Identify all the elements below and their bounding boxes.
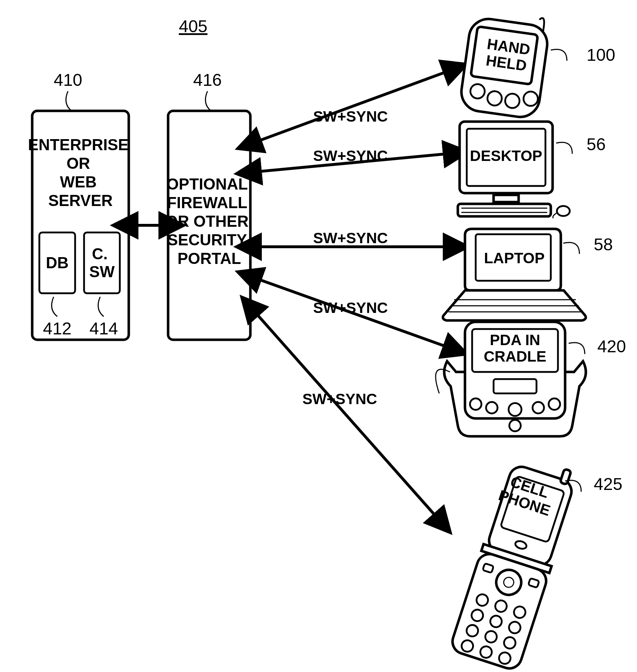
laptop-label: LAPTOP bbox=[484, 250, 545, 266]
svg-text:HANDHELD: HANDHELD bbox=[484, 35, 531, 74]
svg-rect-47 bbox=[528, 578, 539, 588]
svg-point-38 bbox=[549, 398, 560, 410]
sync-label: SW+SYNC bbox=[313, 230, 388, 246]
firewall-ref: 416 bbox=[193, 70, 222, 89]
svg-rect-46 bbox=[482, 563, 494, 573]
svg-point-37 bbox=[533, 402, 544, 413]
server-db-ref: 412 bbox=[43, 319, 72, 338]
edge-laptop: SW+SYNC bbox=[258, 230, 447, 247]
laptop-ref: 58 bbox=[594, 235, 613, 254]
figure-ref: 405 bbox=[179, 17, 207, 36]
svg-line-7 bbox=[258, 72, 447, 141]
edge-pda: SW+SYNC bbox=[258, 279, 447, 347]
sync-label: SW+SYNC bbox=[303, 391, 377, 407]
svg-text:C.
    SW: C. SW bbox=[89, 245, 115, 280]
sync-label: SW+SYNC bbox=[313, 299, 388, 316]
svg-point-16 bbox=[504, 93, 520, 109]
svg-point-17 bbox=[523, 91, 539, 107]
desktop-icon bbox=[458, 122, 570, 218]
system-diagram: 405 410 ENTERPRISE OR WEB SERVER ENTERPR… bbox=[0, 0, 637, 672]
server-ref: 410 bbox=[54, 70, 82, 89]
svg-rect-60 bbox=[560, 469, 571, 485]
svg-text:OPTIONAL
    FIREWALL
    OR O: OPTIONAL FIREWALL OR OTHER SECURITY PORT… bbox=[166, 175, 253, 267]
cell-ref: 425 bbox=[594, 475, 622, 494]
svg-point-36 bbox=[509, 403, 521, 416]
svg-point-34 bbox=[470, 398, 481, 410]
svg-point-15 bbox=[486, 90, 503, 106]
server-block: 410 ENTERPRISE OR WEB SERVER ENTERPRISE … bbox=[0, 0, 133, 340]
svg-line-11 bbox=[256, 313, 436, 517]
svg-point-25 bbox=[557, 206, 570, 216]
handheld-ref: 100 bbox=[587, 45, 615, 64]
svg-point-35 bbox=[486, 402, 498, 413]
pda-ref: 420 bbox=[597, 337, 626, 356]
svg-point-14 bbox=[470, 83, 486, 99]
server-db-label: DB bbox=[46, 254, 69, 271]
edge-cell: SW+SYNC bbox=[256, 313, 436, 517]
device-desktop: DESKTOP 56 bbox=[458, 122, 606, 218]
server-csw-ref: 414 bbox=[89, 319, 118, 338]
desktop-ref: 56 bbox=[587, 135, 606, 154]
svg-rect-33 bbox=[494, 379, 536, 393]
desktop-label: DESKTOP bbox=[470, 147, 542, 164]
device-laptop: LAPTOP 58 bbox=[443, 229, 613, 320]
edge-handheld: SW+SYNC bbox=[258, 72, 447, 141]
device-handheld: HANDHELD HAND HELD 100 bbox=[0, 0, 615, 119]
edge-desktop: SW+SYNC bbox=[258, 147, 447, 172]
svg-text:PDA INCRADLE: PDA INCRADLE bbox=[484, 332, 547, 365]
svg-rect-22 bbox=[458, 204, 551, 216]
svg-point-30 bbox=[509, 420, 521, 431]
svg-rect-21 bbox=[494, 195, 519, 202]
sync-label: SW+SYNC bbox=[313, 108, 388, 125]
sync-label: SW+SYNC bbox=[313, 147, 388, 164]
